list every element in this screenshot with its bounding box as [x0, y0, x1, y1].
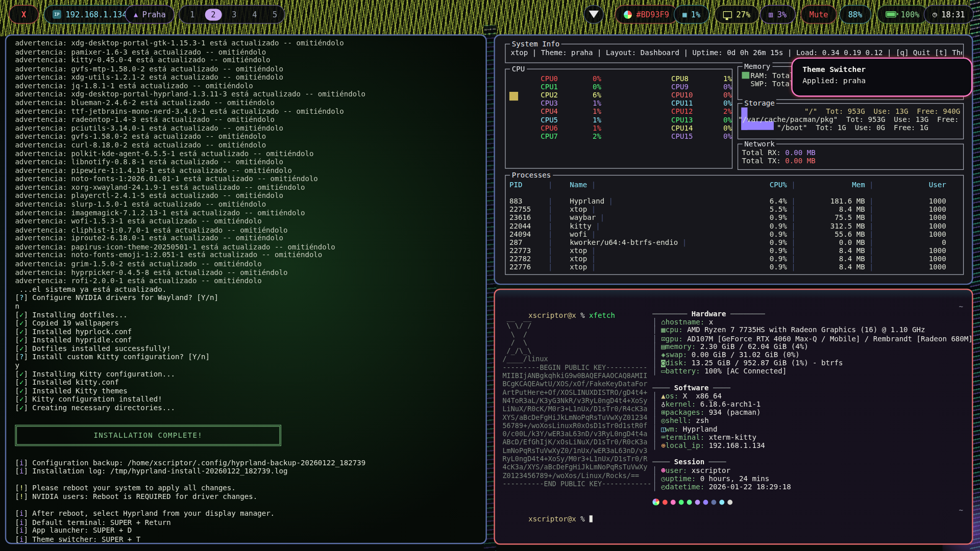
terminal-line: [✓] Installing Kitty configuration... [15, 370, 480, 379]
volume-widget[interactable]: 88% [839, 5, 871, 24]
notification-button[interactable] [584, 5, 604, 24]
terminal-line: advertencia: pamixer-1.6-3 está actualiz… [15, 48, 480, 57]
battery-percent: 100% [900, 10, 919, 19]
mute-label: Mute [810, 10, 828, 19]
packages-icon: ⊞ [661, 408, 665, 417]
cpu-panel-title: CPU [510, 64, 527, 73]
ram-widget[interactable]: ▥ 3% [760, 5, 795, 24]
terminal-line: advertencia: libnotify-0.8.8-1 está actu… [15, 158, 480, 167]
cpu-core-row: CPU61%CPU140% [506, 124, 732, 132]
terminal-line: [✓] Installed Kitty themes [15, 387, 480, 396]
close-button-label: X [21, 10, 26, 19]
terminal-line: advertencia: xdg-utils-1.2.1-2 está actu… [15, 73, 480, 82]
process-table: PID | Name |CPU% |Mem |User883 | Hyprlan… [509, 181, 961, 271]
clock-widget[interactable]: ◷ 18:31 [924, 5, 974, 24]
color-dot-7 [719, 499, 724, 505]
cpu-core-row: CPU31%CPU110% [506, 99, 732, 107]
terminal-line: advertencia: kitty-0.45.0-4 está actuali… [15, 56, 480, 65]
terminal-line: advertencia: wofi-1.5.3-1 está actualiza… [15, 217, 480, 226]
workspace-3[interactable]: 3 [226, 9, 242, 20]
process-row: 22773 | xtop |0.9% |8.4 MB |1000 [509, 246, 961, 255]
fetch-item-memory: │ ▤memory: 2.30 GiB / 62.04 GiB (4%) [652, 343, 965, 351]
terminal-line: [✓] Installing dotfiles... [15, 311, 480, 319]
text-cursor [589, 515, 592, 522]
terminal-line: advertencia: iproute2-6.18.0-1 está actu… [15, 235, 480, 243]
battery-widget[interactable]: 100% [877, 5, 928, 24]
terminal-line: advertencia: grim-1.5.0-2 está actualiza… [15, 260, 480, 268]
terminal-line: advertencia: cliphist-1:0.7.0-1 está act… [15, 226, 480, 235]
color-dot-6 [711, 499, 716, 505]
accent-color-value: #BD93F9 [636, 10, 670, 19]
terminal-line: [!] NVIDIA users: Reboot is REQUIRED for… [15, 493, 480, 502]
fetch-item-user: │ ☻user: xscriptor [652, 466, 965, 474]
volume-percent: 88% [848, 10, 863, 19]
terminal-line: ...el sistema ya está actualizado. [15, 285, 480, 294]
storage-row: "/var/cache/pacman/pkg" Tot: 953G Use: 1… [738, 115, 962, 123]
close-button[interactable]: X [9, 5, 39, 24]
workspace-2[interactable]: 2 [205, 9, 222, 20]
xfetch-prompt-line-2: xscriptor@x % [502, 506, 592, 532]
theme-switcher-popup[interactable]: Theme Switcher Applied: praha [791, 58, 972, 97]
processes-panel-title: Processes [510, 170, 553, 179]
xfetch-terminal-window[interactable]: xscriptor@x % xfetch ~ __ __ \ \/ / \ / … [494, 289, 973, 545]
terminal-line [15, 502, 480, 510]
terminal-line: advertencia: ttf-jetbrains-mono-nerd-3.4… [15, 107, 480, 116]
cpu-core-row: CPU51%CPU130% [506, 115, 732, 123]
terminal-line [15, 476, 480, 485]
swap-icon: ◈ [661, 350, 665, 359]
terminal-line: advertencia: radeontop-1.4-3 está actual… [15, 116, 480, 124]
terminal-line: advertencia: hyprpicker-0.4.5-8 está act… [15, 268, 480, 277]
location-widget[interactable]: ▲ Praha [125, 5, 175, 24]
fetch-item-cpu: │ ▦cpu: AMD Ryzen 7 7735HS with Radeon G… [652, 327, 965, 335]
datetime-icon: ◴ [661, 482, 665, 491]
terminal-line: advertencia: xdg-desktop-portal-hyprland… [15, 90, 480, 99]
process-row: 883 | Hyprland |6.4% |181.6 MB |1000 [509, 197, 961, 205]
cpu-widget[interactable]: ▦ 1% [674, 5, 709, 24]
storage-row: "/boot" Tot: 1G Use: 0G Free: 1G [738, 123, 962, 132]
gpu-widget[interactable]: 27% [715, 5, 760, 24]
fetch-info-column: ──────── Hardware ────────│ ⌂hostname: x… [652, 310, 965, 491]
fetch-section-header-session: ──── Session ──── [652, 458, 965, 466]
terminal-line: advertencia: jq-1.8.1-1 está actualizado… [15, 82, 480, 90]
process-table-header: PID | Name |CPU% |Mem |User [509, 181, 961, 189]
cpu-chip-icon: ▦ [682, 10, 687, 18]
clock-icon: ◷ [933, 10, 937, 19]
process-row: 22776 | xtop |0.9% |8.4 MB |1000 [509, 263, 961, 271]
color-dot-8 [727, 499, 732, 505]
terminal-line: [✓] Copied 19 wallpapers [15, 319, 480, 328]
workspace-4[interactable]: 4 [247, 9, 262, 20]
workspace-5[interactable]: 5 [267, 9, 283, 20]
terminal-line: advertencia: playerctl-2.4.1-5 está actu… [15, 192, 480, 201]
terminal-icon: ⌨ [661, 433, 665, 441]
gpu-percent: 27% [736, 10, 750, 19]
fetch-section-header-hardware: ──────── Hardware ──────── [652, 310, 965, 318]
cpu-core-row: CPU41%CPU122% [506, 107, 732, 115]
mute-widget[interactable]: Mute [801, 5, 837, 24]
terminal-line: advertencia: papirus-icon-theme-20250501… [15, 243, 480, 252]
ip-address: 192.168.1.134 [66, 10, 127, 19]
terminal-line: [i] App launcher: SUPER + D [15, 527, 480, 536]
terminal-line: [✓] Dotfiles installed successfully! [15, 345, 480, 354]
installer-terminal-window[interactable]: advertencia: xdg-desktop-portal-gtk-1.15… [5, 34, 487, 544]
monitor-icon [723, 11, 732, 17]
terminal-line [15, 413, 480, 421]
network-panel-title: Network [743, 139, 777, 148]
terminal-line: [i] Configuration backup: /home/xscripto… [15, 459, 480, 468]
gpu-icon: ⊡ [661, 334, 665, 343]
storage-rows: "/" Tot: 953G Use: 13G Free: 940G"/var/c… [738, 107, 962, 131]
terminal-line: advertencia: gvfs-mtp-1.58.0-2 está actu… [15, 65, 480, 73]
os-icon: ▲ [661, 392, 665, 400]
terminal-line [15, 544, 480, 551]
workspace-1[interactable]: 1 [184, 9, 200, 20]
cpu-core-grid: CPU00%CPU81%CPU10%CPU90%CPU26%CPU100%CPU… [506, 74, 732, 140]
ip-widget[interactable]: IP 192.168.1.134 [44, 5, 136, 24]
process-row: 287 | kworker/u64:4-btrfs-endio |0.9% |0… [509, 238, 961, 246]
terminal-line: [✓] Installed hypridle.conf [15, 336, 480, 345]
ip-icon: IP [53, 10, 61, 19]
prompt-user: xscriptor@x [528, 515, 576, 523]
accent-color-widget[interactable]: #BD93F9 [615, 5, 678, 24]
color-dot-4 [695, 499, 700, 505]
terminal-line: advertencia: blueman-2.4.6-2 está actual… [15, 99, 480, 108]
desktop: X IP 192.168.1.134 ▲ Praha 12345 #BD93F9… [0, 0, 980, 551]
fetch-item-os: │ ▲os: X x86_64 [652, 392, 965, 400]
